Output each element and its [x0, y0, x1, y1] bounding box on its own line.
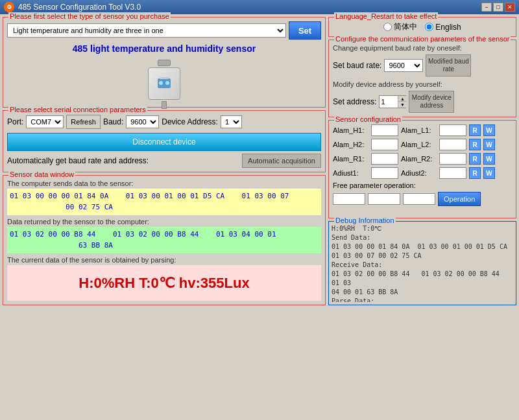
- chinese-radio[interactable]: [383, 23, 392, 31]
- auto-acquisition-button[interactable]: Automatic acquisition: [242, 154, 321, 168]
- sensor-type-label: Please first select the type of sensor y…: [8, 12, 171, 20]
- free-param-row: Operation: [333, 192, 512, 206]
- comm-baud-select[interactable]: 9600: [384, 59, 423, 72]
- sensor-config-box: Sensor configuration Alam_H1: Alam_L1: R…: [328, 120, 516, 218]
- maximize-button[interactable]: □: [493, 3, 503, 12]
- sensor-type-box: Please first select the type of sensor y…: [3, 17, 326, 108]
- alarm-l2-w-button[interactable]: W: [483, 139, 495, 150]
- operation-button[interactable]: Operation: [438, 192, 481, 206]
- device-address-label: Device Address:: [162, 117, 218, 126]
- chinese-option[interactable]: 简体中: [383, 21, 417, 32]
- close-button[interactable]: ✕: [505, 3, 515, 12]
- baud-set-label: Set baud rate:: [333, 61, 381, 70]
- port-label: Port:: [7, 117, 23, 126]
- baud-label: Baud:: [103, 117, 123, 126]
- debug-content[interactable]: H:0%RH T:0℃ Send Data: 01 03 00 00 01 84…: [332, 224, 513, 302]
- send-data: 01 03 00 00 00 01 84 0A 01 03 00 01 00 0…: [7, 189, 321, 215]
- alarm-r1-input[interactable]: [371, 153, 398, 165]
- refresh-button[interactable]: Refresh: [66, 115, 101, 129]
- free-param-label: Free parameter operation:: [333, 181, 512, 189]
- addr-spinbox[interactable]: ▲ ▼: [379, 95, 406, 108]
- addr-input[interactable]: [380, 98, 398, 106]
- svg-rect-3: [160, 77, 169, 79]
- sensor-image-area: [7, 58, 321, 103]
- adjust2-label: Adiust2:: [401, 169, 437, 177]
- modify-baud-button[interactable]: Modified baud rate: [426, 54, 471, 76]
- serial-params-label: Please select serial connection paramete…: [8, 106, 147, 113]
- chinese-label: 简体中: [394, 21, 417, 32]
- sensor-device-image: [145, 60, 184, 102]
- alarm-h1-label: Alam_H1:: [333, 126, 368, 134]
- addr-modify-label: Modify device address by yourself:: [333, 80, 512, 88]
- svg-point-2: [165, 81, 169, 85]
- adjust1-label: Adiust1:: [333, 169, 368, 177]
- alarm-h2-label: Alam_H2:: [333, 141, 368, 148]
- english-radio[interactable]: [425, 23, 433, 31]
- alarm-r2-label: Alam_R2:: [401, 155, 437, 163]
- alarm-h2-input[interactable]: [371, 139, 398, 150]
- adjust-w-button[interactable]: W: [483, 167, 495, 179]
- english-label: English: [435, 23, 461, 32]
- free-input-2[interactable]: [368, 193, 400, 205]
- english-option[interactable]: English: [425, 23, 461, 32]
- auto-label: Automatically get baud rate and address:: [7, 156, 149, 165]
- alarm-r1-label: Alam_R1:: [333, 155, 368, 163]
- config-row-h2l2: Alam_H2: Alam_L2: R W: [333, 139, 512, 150]
- comm-params-box: Configure the communication parameters o…: [328, 40, 516, 117]
- comm-params-label: Configure the communication parameters o…: [334, 35, 511, 43]
- window-controls: − □ ✕: [481, 3, 515, 12]
- free-input-1[interactable]: [333, 193, 365, 205]
- alarm-l2-input[interactable]: [439, 139, 466, 150]
- config-row-h1l1: Alam_H1: Alam_L1: R W: [333, 124, 512, 136]
- adjust1-input[interactable]: [371, 167, 398, 179]
- disconnect-button[interactable]: Disconnect device: [7, 133, 321, 151]
- language-box: Language_Restart to take effect 简体中 Engl…: [328, 17, 516, 37]
- app-icon: ⚙: [4, 2, 14, 12]
- alarm-h1-input[interactable]: [371, 124, 398, 136]
- app-title: 485 Sensor Configuration Tool V3.0: [18, 3, 141, 12]
- alarm-r2-r-button[interactable]: R: [469, 153, 481, 165]
- free-input-3[interactable]: [403, 193, 435, 205]
- alarm-l1-w-button[interactable]: W: [483, 124, 495, 136]
- alarm-l2-r-button[interactable]: R: [469, 139, 481, 150]
- alarm-l1-input[interactable]: [439, 124, 466, 136]
- parsed-data: H:0%RH T:0℃ hv:355Lux: [7, 265, 321, 301]
- sensor-type-select[interactable]: Light temperature and humidity are three…: [7, 23, 286, 38]
- minimize-button[interactable]: −: [481, 3, 492, 12]
- recv-label: Data returned by the sensor to the compu…: [7, 218, 321, 226]
- language-label: Language_Restart to take effect: [334, 12, 438, 20]
- config-row-r1r2: Alam_R1: Alam_R2: R W: [333, 153, 512, 165]
- device-address-select[interactable]: 1: [221, 115, 242, 128]
- config-row-adjust: Adiust1: Adiust2: R W: [333, 167, 512, 179]
- serial-params-box: Please select serial connection paramete…: [3, 110, 326, 172]
- svg-point-1: [159, 81, 163, 85]
- send-label: The computer sends data to the sensor:: [7, 180, 321, 187]
- recv-data: 01 03 02 00 00 B8 44 01 03 02 00 00 B8 4…: [7, 227, 321, 253]
- sensor-title: 485 light temperature and humidity senso…: [7, 43, 321, 54]
- alarm-r2-input[interactable]: [439, 153, 466, 165]
- sensor-data-label: Sensor data window: [8, 170, 75, 178]
- adjust2-input[interactable]: [439, 167, 466, 179]
- alarm-r2-w-button[interactable]: W: [483, 153, 495, 165]
- port-select[interactable]: COM7: [26, 115, 64, 128]
- set-button[interactable]: Set: [289, 21, 321, 40]
- addr-spin-down[interactable]: ▼: [398, 102, 406, 108]
- modify-addr-button[interactable]: Modify device address: [409, 91, 454, 113]
- alarm-l2-label: Alam_L2:: [401, 141, 437, 148]
- addr-set-label: Set address:: [333, 97, 376, 106]
- parse-label: The current data of the sensor is obtain…: [7, 256, 321, 264]
- baud-select[interactable]: 9600: [126, 115, 159, 128]
- adjust-r-button[interactable]: R: [469, 167, 481, 179]
- debug-label: Debug Information: [334, 216, 396, 224]
- debug-box: Debug Information H:0%RH T:0℃ Send Data:…: [328, 221, 516, 305]
- addr-spin-up[interactable]: ▲: [398, 96, 406, 102]
- alarm-l1-label: Alam_L1:: [401, 126, 437, 134]
- sensor-config-label: Sensor configuration: [334, 115, 402, 123]
- sensor-data-box: Sensor data window The computer sends da…: [3, 175, 326, 305]
- baud-change-label: Change equipment baud rate by oneself:: [333, 44, 512, 52]
- alarm-l1-r-button[interactable]: R: [469, 124, 481, 136]
